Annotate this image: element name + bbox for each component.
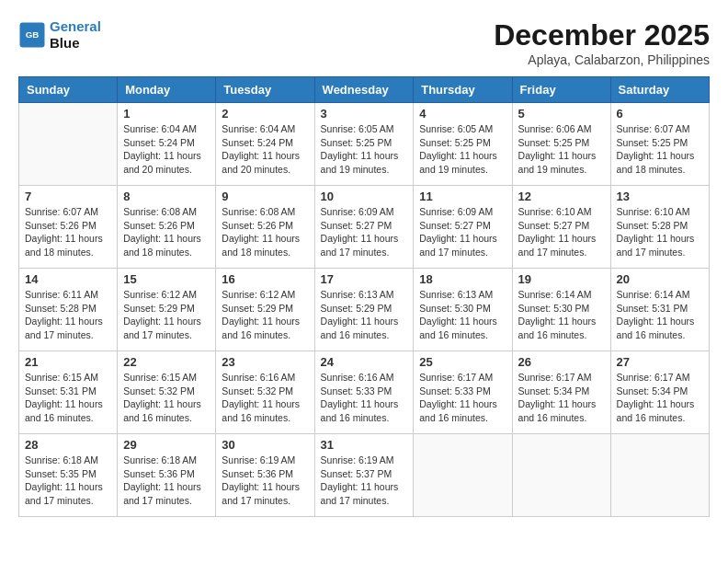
calendar-cell: 18Sunrise: 6:13 AM Sunset: 5:30 PM Dayli… xyxy=(414,269,512,351)
day-info: Sunrise: 6:05 AM Sunset: 5:25 PM Dayligh… xyxy=(419,122,506,177)
calendar-cell xyxy=(19,103,118,186)
calendar-cell: 12Sunrise: 6:10 AM Sunset: 5:27 PM Dayli… xyxy=(512,186,610,269)
week-row-1: 1Sunrise: 6:04 AM Sunset: 5:24 PM Daylig… xyxy=(19,103,710,186)
day-info: Sunrise: 6:07 AM Sunset: 5:25 PM Dayligh… xyxy=(617,122,703,177)
day-info: Sunrise: 6:05 AM Sunset: 5:25 PM Dayligh… xyxy=(321,122,408,177)
calendar-cell: 26Sunrise: 6:17 AM Sunset: 5:34 PM Dayli… xyxy=(512,351,610,434)
day-number: 30 xyxy=(222,438,308,452)
day-number: 29 xyxy=(123,438,210,452)
calendar-cell: 28Sunrise: 6:18 AM Sunset: 5:35 PM Dayli… xyxy=(19,434,118,517)
day-info: Sunrise: 6:17 AM Sunset: 5:34 PM Dayligh… xyxy=(518,371,605,425)
calendar-cell: 23Sunrise: 6:16 AM Sunset: 5:32 PM Dayli… xyxy=(216,351,314,434)
day-info: Sunrise: 6:14 AM Sunset: 5:30 PM Dayligh… xyxy=(518,288,605,342)
weekday-header-friday: Friday xyxy=(512,77,610,103)
location-title: Aplaya, Calabarzon, Philippines xyxy=(494,52,710,67)
day-number: 15 xyxy=(123,272,210,286)
day-number: 3 xyxy=(321,107,408,121)
calendar-cell: 10Sunrise: 6:09 AM Sunset: 5:27 PM Dayli… xyxy=(314,186,414,269)
day-info: Sunrise: 6:08 AM Sunset: 5:26 PM Dayligh… xyxy=(123,205,210,259)
day-info: Sunrise: 6:18 AM Sunset: 5:35 PM Dayligh… xyxy=(25,454,111,508)
calendar-cell: 1Sunrise: 6:04 AM Sunset: 5:24 PM Daylig… xyxy=(118,103,216,186)
weekday-header-saturday: Saturday xyxy=(610,77,709,103)
day-info: Sunrise: 6:06 AM Sunset: 5:25 PM Dayligh… xyxy=(518,122,605,177)
day-number: 2 xyxy=(222,107,308,121)
calendar-cell xyxy=(512,434,610,517)
day-number: 5 xyxy=(518,107,605,121)
day-info: Sunrise: 6:19 AM Sunset: 5:37 PM Dayligh… xyxy=(321,454,408,508)
calendar-cell: 11Sunrise: 6:09 AM Sunset: 5:27 PM Dayli… xyxy=(414,186,512,269)
day-info: Sunrise: 6:09 AM Sunset: 5:27 PM Dayligh… xyxy=(321,205,408,259)
week-row-3: 14Sunrise: 6:11 AM Sunset: 5:28 PM Dayli… xyxy=(19,269,710,351)
calendar-cell: 30Sunrise: 6:19 AM Sunset: 5:36 PM Dayli… xyxy=(216,434,314,517)
weekday-header-wednesday: Wednesday xyxy=(314,77,414,103)
day-number: 21 xyxy=(25,355,111,369)
day-number: 25 xyxy=(419,355,506,369)
calendar-cell: 21Sunrise: 6:15 AM Sunset: 5:31 PM Dayli… xyxy=(19,351,118,434)
day-info: Sunrise: 6:11 AM Sunset: 5:28 PM Dayligh… xyxy=(25,288,111,342)
day-number: 13 xyxy=(617,190,703,203)
calendar-cell: 5Sunrise: 6:06 AM Sunset: 5:25 PM Daylig… xyxy=(512,103,610,186)
day-number: 18 xyxy=(419,272,506,286)
day-info: Sunrise: 6:15 AM Sunset: 5:31 PM Dayligh… xyxy=(25,371,111,425)
day-info: Sunrise: 6:10 AM Sunset: 5:28 PM Dayligh… xyxy=(617,205,703,259)
weekday-header-sunday: Sunday xyxy=(19,77,118,103)
weekday-header-monday: Monday xyxy=(118,77,216,103)
calendar-cell: 4Sunrise: 6:05 AM Sunset: 5:25 PM Daylig… xyxy=(414,103,512,186)
calendar-cell: 27Sunrise: 6:17 AM Sunset: 5:34 PM Dayli… xyxy=(610,351,709,434)
day-number: 24 xyxy=(321,355,408,369)
calendar-cell: 22Sunrise: 6:15 AM Sunset: 5:32 PM Dayli… xyxy=(118,351,216,434)
day-number: 17 xyxy=(321,272,408,286)
day-info: Sunrise: 6:12 AM Sunset: 5:29 PM Dayligh… xyxy=(123,288,210,342)
calendar-cell: 15Sunrise: 6:12 AM Sunset: 5:29 PM Dayli… xyxy=(118,269,216,351)
day-number: 10 xyxy=(321,190,408,203)
calendar-cell xyxy=(414,434,512,517)
day-number: 14 xyxy=(25,272,111,286)
calendar-cell: 13Sunrise: 6:10 AM Sunset: 5:28 PM Dayli… xyxy=(610,186,709,269)
calendar-cell: 8Sunrise: 6:08 AM Sunset: 5:26 PM Daylig… xyxy=(118,186,216,269)
day-info: Sunrise: 6:13 AM Sunset: 5:30 PM Dayligh… xyxy=(419,288,506,342)
day-info: Sunrise: 6:16 AM Sunset: 5:32 PM Dayligh… xyxy=(222,371,308,425)
day-info: Sunrise: 6:17 AM Sunset: 5:33 PM Dayligh… xyxy=(419,371,506,425)
page-header: GB General Blue December 2025 Aplaya, Ca… xyxy=(18,18,710,67)
day-info: Sunrise: 6:04 AM Sunset: 5:24 PM Dayligh… xyxy=(222,122,308,177)
week-row-4: 21Sunrise: 6:15 AM Sunset: 5:31 PM Dayli… xyxy=(19,351,710,434)
day-number: 11 xyxy=(419,190,506,203)
calendar-cell xyxy=(610,434,709,517)
calendar-cell: 19Sunrise: 6:14 AM Sunset: 5:30 PM Dayli… xyxy=(512,269,610,351)
day-info: Sunrise: 6:15 AM Sunset: 5:32 PM Dayligh… xyxy=(123,371,210,425)
day-number: 19 xyxy=(518,272,605,286)
day-info: Sunrise: 6:18 AM Sunset: 5:36 PM Dayligh… xyxy=(123,454,210,508)
title-area: December 2025 Aplaya, Calabarzon, Philip… xyxy=(494,18,710,67)
calendar-cell: 14Sunrise: 6:11 AM Sunset: 5:28 PM Dayli… xyxy=(19,269,118,351)
day-number: 7 xyxy=(25,190,111,203)
day-info: Sunrise: 6:04 AM Sunset: 5:24 PM Dayligh… xyxy=(123,122,210,177)
logo: GB General Blue xyxy=(18,18,101,52)
day-info: Sunrise: 6:16 AM Sunset: 5:33 PM Dayligh… xyxy=(321,371,408,425)
calendar-cell: 29Sunrise: 6:18 AM Sunset: 5:36 PM Dayli… xyxy=(118,434,216,517)
logo-general: General xyxy=(50,18,101,34)
calendar-cell: 20Sunrise: 6:14 AM Sunset: 5:31 PM Dayli… xyxy=(610,269,709,351)
day-info: Sunrise: 6:07 AM Sunset: 5:26 PM Dayligh… xyxy=(25,205,111,259)
day-number: 4 xyxy=(419,107,506,121)
calendar-cell: 2Sunrise: 6:04 AM Sunset: 5:24 PM Daylig… xyxy=(216,103,314,186)
calendar-cell: 24Sunrise: 6:16 AM Sunset: 5:33 PM Dayli… xyxy=(314,351,414,434)
day-info: Sunrise: 6:10 AM Sunset: 5:27 PM Dayligh… xyxy=(518,205,605,259)
calendar-cell: 7Sunrise: 6:07 AM Sunset: 5:26 PM Daylig… xyxy=(19,186,118,269)
day-number: 6 xyxy=(617,107,703,121)
day-number: 1 xyxy=(123,107,210,121)
day-info: Sunrise: 6:09 AM Sunset: 5:27 PM Dayligh… xyxy=(419,205,506,259)
weekday-header-thursday: Thursday xyxy=(414,77,512,103)
logo-blue: Blue xyxy=(50,35,101,52)
week-row-2: 7Sunrise: 6:07 AM Sunset: 5:26 PM Daylig… xyxy=(19,186,710,269)
day-number: 27 xyxy=(617,355,703,369)
week-row-5: 28Sunrise: 6:18 AM Sunset: 5:35 PM Dayli… xyxy=(19,434,710,517)
calendar-cell: 31Sunrise: 6:19 AM Sunset: 5:37 PM Dayli… xyxy=(314,434,414,517)
day-number: 20 xyxy=(617,272,703,286)
day-number: 9 xyxy=(222,190,308,203)
day-number: 28 xyxy=(25,438,111,452)
day-info: Sunrise: 6:14 AM Sunset: 5:31 PM Dayligh… xyxy=(617,288,703,342)
calendar-cell: 3Sunrise: 6:05 AM Sunset: 5:25 PM Daylig… xyxy=(314,103,414,186)
day-number: 26 xyxy=(518,355,605,369)
svg-text:GB: GB xyxy=(26,29,40,40)
month-title: December 2025 xyxy=(494,18,710,52)
